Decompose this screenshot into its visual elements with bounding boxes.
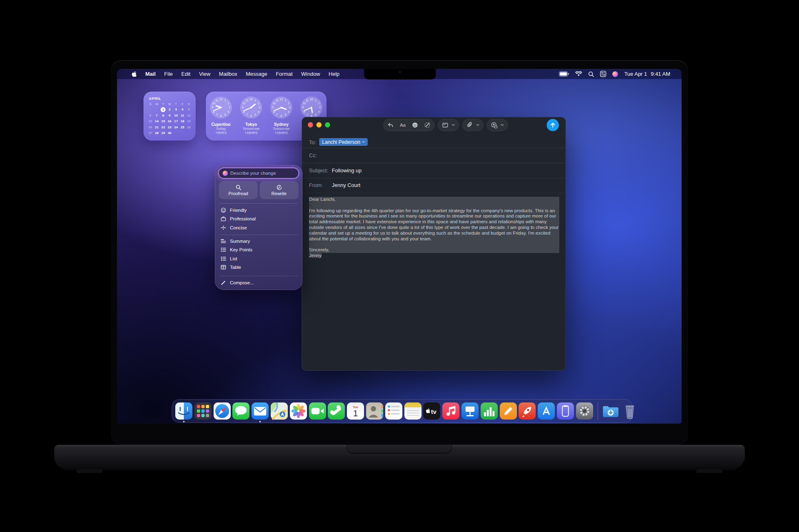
calendar-dow: S xyxy=(185,102,192,107)
dock-downloads-icon[interactable] xyxy=(602,402,620,420)
dock-mail-icon[interactable] xyxy=(251,402,269,420)
rewrite-icon xyxy=(276,185,282,190)
dock-finder-icon[interactable] xyxy=(175,402,193,420)
calendar-day-23: 23 xyxy=(166,125,173,131)
calendar-dow: F xyxy=(179,102,186,107)
writing-tools-table[interactable]: Table xyxy=(215,263,302,272)
header-fields-button[interactable] xyxy=(442,122,448,128)
svg-text:6: 6 xyxy=(220,114,222,117)
dock-settings-icon[interactable] xyxy=(576,402,594,420)
subject-field[interactable]: Subject: Following up xyxy=(302,165,566,176)
calendar-day-empty xyxy=(154,107,160,113)
dock-iphone-mirroring-icon[interactable] xyxy=(556,402,574,420)
siri-icon[interactable] xyxy=(612,71,618,77)
writing-tools-list[interactable]: List xyxy=(215,254,302,263)
svg-text:6: 6 xyxy=(280,114,282,117)
writing-tools-professional[interactable]: Professional xyxy=(215,215,302,224)
insert-button[interactable] xyxy=(491,122,497,128)
menu-help[interactable]: Help xyxy=(329,71,340,77)
svg-text:1: 1 xyxy=(285,99,286,102)
calendar-day-2: 2 xyxy=(166,107,173,113)
send-button[interactable] xyxy=(547,119,559,131)
undo-button[interactable] xyxy=(387,122,394,128)
dock-photos-icon[interactable] xyxy=(289,402,307,420)
pencil-icon xyxy=(221,280,226,286)
from-field[interactable]: From: Jenny Court xyxy=(302,179,566,191)
dock-reminders-icon[interactable] xyxy=(385,402,403,420)
dock-tv-icon[interactable]: tv xyxy=(423,402,441,420)
list-icon xyxy=(221,256,226,262)
dock-calendar-icon[interactable]: Tue1 xyxy=(347,402,364,420)
calendar-day-20: 20 xyxy=(147,125,154,131)
control-center-icon[interactable] xyxy=(600,71,606,77)
dock-safari-icon[interactable] xyxy=(213,402,231,420)
svg-text:4: 4 xyxy=(318,110,320,113)
menu-format[interactable]: Format xyxy=(276,71,293,77)
toolbar-group: Aa xyxy=(383,119,435,131)
writing-tools-summary[interactable]: Summary xyxy=(215,237,302,246)
dock-contacts-icon[interactable] xyxy=(366,402,384,420)
calendar-dow: M xyxy=(154,102,160,107)
dock-maps-icon[interactable] xyxy=(270,402,288,420)
describe-change-input[interactable]: Describe your change xyxy=(219,168,298,178)
menu-window[interactable]: Window xyxy=(301,71,320,77)
dock-phone-icon[interactable] xyxy=(327,402,345,420)
calendar-day-14: 14 xyxy=(154,119,160,125)
menu-file[interactable]: File xyxy=(164,71,173,77)
to-field[interactable]: To: Lanchi Pederson xyxy=(302,136,566,148)
calendar-dow: W xyxy=(166,102,173,107)
clock-day: Tomorrow xyxy=(273,127,290,131)
clock-face: 123456789101112 xyxy=(240,96,263,121)
calendar-grid: SMTWTFS123456789101112131415161718192021… xyxy=(147,102,192,136)
app-menus: MailFileEditViewMailboxMessageFormatWind… xyxy=(146,71,340,77)
calendar-day-7: 7 xyxy=(154,113,160,119)
minimize-button[interactable] xyxy=(316,122,322,128)
dock-facetime-icon[interactable] xyxy=(309,402,327,420)
menu-mail[interactable]: Mail xyxy=(146,71,156,77)
format-button[interactable]: Aa xyxy=(400,122,406,128)
message-body[interactable]: Dear Lanchi, I'm following up regarding … xyxy=(309,197,559,259)
attach-button[interactable] xyxy=(466,122,473,128)
calendar-day-17: 17 xyxy=(173,119,179,125)
wifi-icon[interactable] xyxy=(575,71,582,77)
dock-numbers-icon[interactable] xyxy=(480,402,498,420)
zoom-button[interactable] xyxy=(325,122,330,128)
apple-logo-icon[interactable] xyxy=(132,71,137,77)
writing-tools-popup: Describe your change ProofreadRewrite Fr… xyxy=(215,165,302,290)
clock-city: Sydney xyxy=(274,122,289,127)
spotlight-icon[interactable] xyxy=(588,71,594,77)
dock-notes-icon[interactable] xyxy=(404,402,422,420)
menu-message[interactable]: Message xyxy=(246,71,267,77)
dock-music-icon[interactable] xyxy=(442,402,460,420)
emoji-button[interactable] xyxy=(412,122,418,128)
writing-tools-button[interactable] xyxy=(424,122,430,128)
dock-messages-icon[interactable] xyxy=(232,402,250,420)
dock-launchpad-icon[interactable] xyxy=(194,402,212,420)
recipient-token[interactable]: Lanchi Pederson xyxy=(319,138,368,146)
clock-offset: +18HRS xyxy=(275,131,288,135)
calendar-widget[interactable]: APRIL SMTWTFS123456789101112131415161718… xyxy=(143,92,196,141)
dock-pages-icon[interactable] xyxy=(499,402,517,420)
rewrite-button[interactable]: Rewrite xyxy=(260,181,298,199)
writing-tools-friendly[interactable]: Friendly xyxy=(215,206,302,215)
close-button[interactable] xyxy=(308,122,313,128)
dock-keynote-icon[interactable] xyxy=(461,402,479,420)
writing-tools-key-points[interactable]: Key Points xyxy=(215,246,302,255)
calendar-dow: T xyxy=(160,102,166,107)
svg-text:10: 10 xyxy=(212,102,215,105)
to-label: To: xyxy=(309,139,316,145)
calendar-day-30: 30 xyxy=(166,130,173,136)
menu-bar-clock[interactable]: Tue Apr 1 9:41 AM xyxy=(624,71,670,77)
dock-rocket-icon[interactable] xyxy=(518,402,536,420)
battery-icon[interactable] xyxy=(559,71,569,77)
dock-trash-icon[interactable] xyxy=(621,402,639,420)
dock-app-store-icon[interactable] xyxy=(537,402,555,420)
menu-edit[interactable]: Edit xyxy=(181,71,190,77)
cc-field[interactable]: Cc: xyxy=(302,149,566,161)
proofread-button[interactable]: Proofread xyxy=(219,181,258,199)
writing-tools-concise[interactable]: Concise xyxy=(215,223,302,232)
calendar-day-21: 21 xyxy=(154,125,160,131)
menu-view[interactable]: View xyxy=(199,71,210,77)
menu-mailbox[interactable]: Mailbox xyxy=(219,71,237,77)
writing-tools-compose-[interactable]: Compose... xyxy=(215,278,302,287)
